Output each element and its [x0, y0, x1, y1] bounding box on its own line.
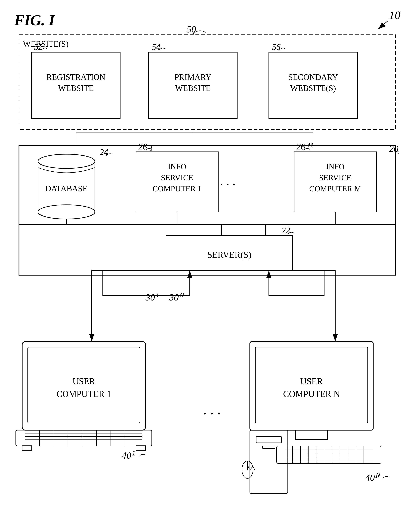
ref-401-sub: 1: [132, 449, 135, 457]
ref-40n-sub: N: [375, 471, 381, 479]
drive-slot-2: [263, 446, 275, 449]
fig-title: FIG. I: [14, 12, 55, 29]
user-computer-n-label-line1: USER: [300, 376, 323, 386]
database-top-ellipse: [38, 154, 95, 168]
user-computer-n-label-line2: COMPUTER N: [283, 389, 340, 399]
registration-website-box: [32, 52, 120, 119]
user-computer-1-label-line1: USER: [73, 376, 95, 386]
ref-24: 24: [100, 147, 108, 157]
ref-20: 20: [389, 143, 399, 154]
svg-line-2: [378, 21, 388, 29]
ref-26m: 26: [297, 142, 305, 151]
websites-box: [19, 35, 395, 130]
reg-website-label-line2: WEBSITE: [58, 84, 94, 93]
user-computer-1-keyboard: [16, 430, 152, 446]
drive-slot: [256, 437, 282, 443]
secondary-website-label-line2: WEBSITE(S): [290, 84, 336, 93]
server-box: [166, 236, 293, 271]
ref-301-sub: 1: [156, 291, 159, 299]
primary-website-box: [149, 52, 237, 119]
ref-22: 22: [282, 226, 290, 235]
ref-40n: 40: [365, 472, 375, 483]
ref-10: 10: [389, 9, 400, 21]
ref-54: 54: [152, 42, 160, 52]
user-computer-n-screen: [255, 347, 368, 423]
info-computer-m-box: [294, 152, 376, 212]
info-m-line1: INFO: [326, 162, 345, 171]
svg-rect-39: [22, 446, 32, 450]
dots-between-info: . . .: [220, 174, 236, 188]
user-computer-1-label-line2: COMPUTER 1: [57, 389, 111, 399]
main-system-box: [19, 146, 395, 275]
secondary-website-box: [269, 52, 357, 119]
ref-30n: 30: [169, 292, 179, 303]
user-computer-1-screen-inner: [28, 347, 140, 423]
database-label: DATABASE: [45, 184, 88, 193]
primary-website-label-line2: WEBSITE: [175, 84, 211, 93]
database-bottom-ellipse: [38, 205, 95, 219]
info-1-line1: INFO: [168, 162, 186, 171]
ref-26m-sub: M: [307, 141, 314, 149]
primary-website-label-line1: PRIMARY: [174, 73, 211, 82]
websites-label: WEBSITE(S): [23, 39, 69, 48]
ref-261-sub: 1: [150, 145, 153, 152]
user-computer-n-monitor: [250, 342, 373, 430]
monitor-stand: [296, 430, 327, 440]
ref-50: 50: [187, 24, 196, 34]
desktop-tower: [250, 430, 288, 493]
ref-261: 26: [138, 142, 147, 151]
info-1-line3: COMPUTER 1: [153, 184, 202, 193]
info-1-line2: SERVICE: [161, 173, 193, 182]
svg-rect-40: [136, 446, 146, 450]
server-label: SERVER(S): [207, 250, 251, 260]
dots-between-users: . . .: [203, 402, 221, 417]
ref-401: 40: [122, 450, 131, 461]
reg-website-label-line1: REGISTRATION: [46, 73, 105, 82]
ref-301: 30: [145, 292, 155, 303]
secondary-website-label-line1: SECONDARY: [288, 73, 338, 82]
user-computer-1-screen-outer: [22, 342, 146, 430]
ref-52: 52: [34, 42, 43, 52]
info-m-line3: COMPUTER M: [309, 184, 361, 193]
ref-30n-sub: N: [179, 291, 184, 299]
info-m-line2: SERVICE: [319, 173, 351, 182]
ref-56: 56: [272, 42, 281, 52]
user-computer-n-keyboard: [277, 446, 381, 463]
mouse: [242, 461, 253, 478]
info-computer-1-box: [136, 152, 218, 212]
